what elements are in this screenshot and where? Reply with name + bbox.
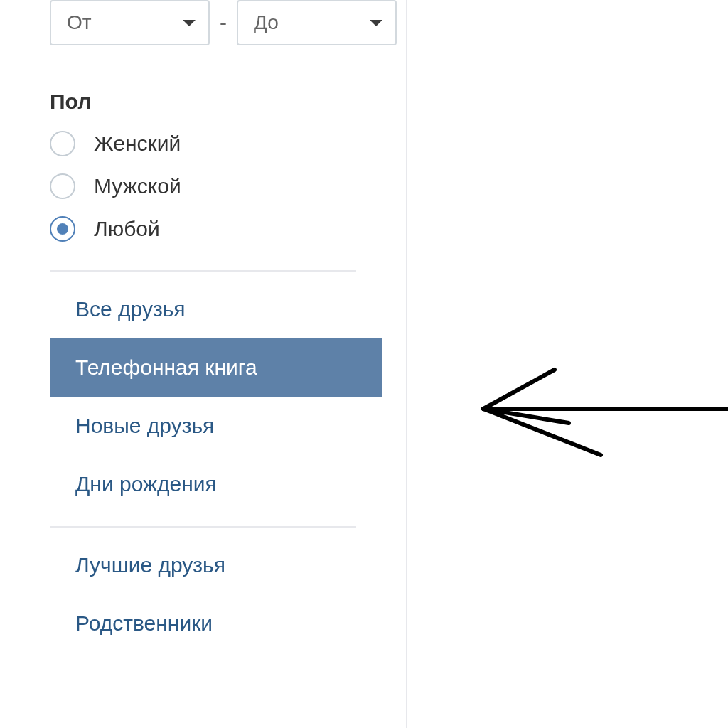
range-from-label: От [67, 11, 92, 34]
filter-sidebar: От - До Пол Женский Мужской Любой Все др… [0, 0, 407, 728]
gender-radio-group: Женский Мужской Любой [0, 131, 406, 242]
gender-option-label: Женский [94, 132, 181, 156]
radio-icon [50, 173, 75, 199]
gender-option-label: Мужской [94, 174, 181, 198]
nav-item-birthdays[interactable]: Дни рождения [0, 455, 406, 513]
age-range-row: От - До [0, 0, 406, 46]
friends-nav-list: Все друзья Телефонная книга Новые друзья… [0, 280, 406, 513]
nav-item-new-friends[interactable]: Новые друзья [0, 397, 406, 455]
chevron-down-icon [183, 20, 196, 26]
gender-option-label: Любой [94, 217, 160, 241]
range-to-dropdown[interactable]: До [237, 0, 397, 46]
nav-item-phone-book[interactable]: Телефонная книга [50, 338, 382, 397]
nav-item-best-friends[interactable]: Лучшие друзья [0, 536, 406, 594]
gender-option-female[interactable]: Женский [50, 131, 406, 156]
nav-item-all-friends[interactable]: Все друзья [0, 280, 406, 338]
range-from-dropdown[interactable]: От [50, 0, 210, 46]
range-to-label: До [254, 11, 279, 34]
friends-groups-list: Лучшие друзья Родственники [0, 536, 406, 653]
chevron-down-icon [370, 20, 382, 26]
radio-icon [50, 131, 75, 156]
gender-option-male[interactable]: Мужской [50, 173, 406, 199]
gender-section-title: Пол [0, 90, 406, 114]
arrow-annotation-icon [476, 348, 728, 462]
nav-item-relatives[interactable]: Родственники [0, 594, 406, 653]
divider [50, 526, 356, 528]
gender-option-any[interactable]: Любой [50, 216, 406, 242]
range-separator: - [220, 11, 227, 35]
radio-dot-icon [57, 223, 68, 235]
divider [50, 270, 356, 272]
radio-icon [50, 216, 75, 242]
